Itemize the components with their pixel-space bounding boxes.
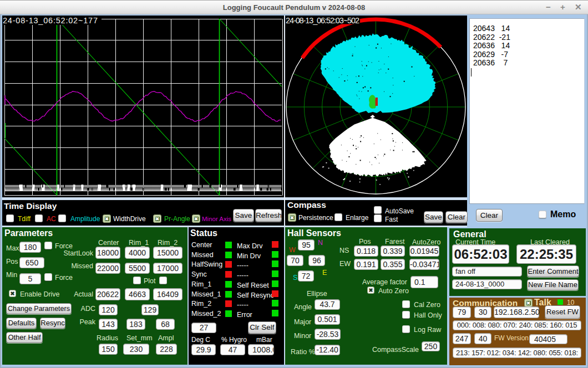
- svg-text:24-08-13_06:52:03~502: 24-08-13_06:52:03~502: [286, 16, 359, 25]
- svg-text:24-08-13_06:52:02~177: 24-08-13_06:52:02~177: [3, 16, 98, 25]
